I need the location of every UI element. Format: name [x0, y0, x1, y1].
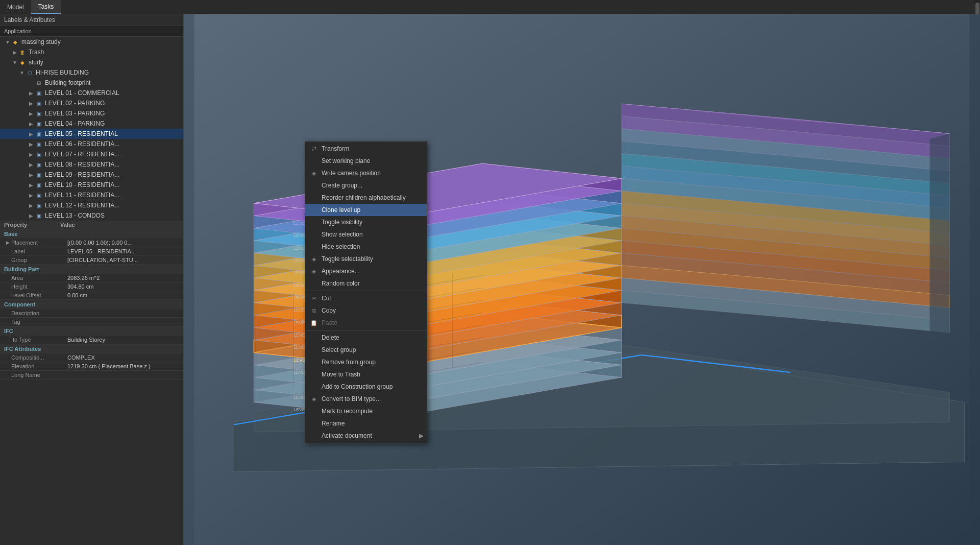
ctx-hide-selection[interactable]: Hide selection [305, 241, 427, 253]
prop-value-area: 2083.26 m^2 [67, 275, 179, 281]
ctx-write-camera-label: Write camera position [322, 170, 419, 177]
level-icon: ▣ [35, 109, 43, 117]
tree-item-level02[interactable]: ▶ ▣ LEVEL 02 - PARKING [0, 98, 183, 108]
level-icon: ▣ [35, 160, 43, 169]
tree-item-hi-rise[interactable]: ▼ ⬡ HI-RISE BUILDING [0, 67, 183, 78]
prop-value-composition: COMPLEX [67, 354, 179, 361]
appearance-icon: ◈ [309, 268, 318, 275]
convert-to-bim-icon: ◈ [309, 396, 318, 402]
ctx-random-color-label: Random color [322, 280, 419, 287]
ctx-delete-label: Delete [322, 334, 419, 341]
level-icon: ▣ [35, 181, 43, 189]
tree-item-level13[interactable]: ▶ ▣ LEVEL 13 - CONDOS [0, 210, 183, 221]
ctx-toggle-selectability[interactable]: ◈ Toggle selectability [305, 253, 427, 265]
tree-arrow: ▶ [28, 162, 35, 168]
tree-item-label: LEVEL 06 - RESIDENTIA... [45, 140, 119, 148]
tree-item-level03[interactable]: ▶ ▣ LEVEL 03 - PARKING [0, 108, 183, 119]
tree-item-label: HI-RISE BUILDING [36, 69, 89, 76]
folder-icon: ◆ [11, 38, 19, 46]
tree-item-trash[interactable]: ▶ 🗑 Trash [0, 47, 183, 57]
tree-item-massing-study[interactable]: ▼ ◆ massing study [0, 37, 183, 47]
ctx-appearance[interactable]: ◈ Appearance... [305, 265, 427, 277]
prop-value-group: [CIRCULATION, APT-STU... [67, 257, 179, 263]
ctx-show-selection[interactable]: Show selection [305, 228, 427, 241]
tree-item-level08[interactable]: ▶ ▣ LEVEL 08 - RESIDENTIA... [0, 159, 183, 170]
ctx-move-to-trash[interactable]: Move to Trash [305, 368, 427, 381]
ctx-paste[interactable]: 📋 Paste [305, 317, 427, 329]
tree-item-footprint[interactable]: ⊟ Building footprint [0, 78, 183, 88]
tree-item-label: LEVEL 03 - PARKING [45, 110, 105, 117]
context-menu[interactable]: ⇄ Transform Set working plane ◈ Write ca… [305, 141, 427, 443]
ctx-clone-level-up[interactable]: Clone level up [305, 204, 427, 216]
tree-arrow: ▶ [28, 141, 35, 147]
prop-section-component: Component [0, 300, 183, 309]
main-layout: Labels & Attributes Application ▼ ◆ mass… [0, 14, 980, 545]
tree-item-level11[interactable]: ▶ ▣ LEVEL 11 - RESIDENTIA... [0, 190, 183, 200]
prop-label-label: Label [11, 248, 67, 254]
ctx-write-camera[interactable]: ◈ Write camera position [305, 167, 427, 179]
tree-item-level10[interactable]: ▶ ▣ LEVEL 10 - RESIDENTIA... [0, 180, 183, 190]
tree-arrow: ▶ [28, 203, 35, 208]
ctx-mark-recompute-label: Mark to recompute [322, 408, 419, 415]
left-panel: Labels & Attributes Application ▼ ◆ mass… [0, 14, 184, 545]
prop-value-leveloffset: 0.00 cm [67, 292, 179, 298]
tree-view[interactable]: ▼ ◆ massing study ▶ 🗑 Trash ▼ ◆ study [0, 37, 183, 221]
tree-arrow: ▶ [28, 193, 35, 198]
ctx-convert-to-bim[interactable]: ◈ Convert to BIM type... [305, 393, 427, 405]
tree-item-level07[interactable]: ▶ ▣ LEVEL 07 - RESIDENTIA... [0, 149, 183, 159]
ctx-mark-recompute[interactable]: Mark to recompute [305, 405, 427, 417]
menu-tab-tasks[interactable]: Tasks [31, 0, 61, 14]
tree-item-label: Building footprint [45, 79, 90, 86]
tree-item-study[interactable]: ▼ ◆ study [0, 57, 183, 67]
ctx-transform[interactable]: ⇄ Transform [305, 143, 427, 155]
tree-item-label: LEVEL 08 - RESIDENTIA... [45, 161, 119, 168]
tree-item-level04[interactable]: ▶ ▣ LEVEL 04 - PARKING [0, 119, 183, 129]
ctx-activate-doc[interactable]: Activate document ▶ [305, 430, 427, 442]
prop-label-area: Area [11, 275, 67, 281]
ctx-reorder-children[interactable]: Reorder children alphabetically [305, 192, 427, 204]
viewport[interactable]: LEVEL 01 - COMMERCIAL +0.00ft LEVEL 02 -… [184, 14, 980, 545]
prop-label-height: Height [11, 283, 67, 290]
tree-item-level09[interactable]: ▶ ▣ LEVEL 09 - RESIDENTIA... [0, 170, 183, 180]
prop-section-base: Base [0, 229, 183, 239]
tree-item-label: Trash [29, 49, 44, 56]
prop-row-height: Height 304.80 cm [0, 282, 183, 291]
prop-label-tag: Tag [11, 319, 67, 325]
ctx-cut[interactable]: ✂ Cut [305, 292, 427, 304]
tree-item-label: LEVEL 12 - RESIDENTIA... [45, 202, 119, 209]
prop-section-buildingpart: Building Part [0, 265, 183, 274]
tree-item-level06[interactable]: ▶ ▣ LEVEL 06 - RESIDENTIA... [0, 139, 183, 149]
ctx-delete[interactable]: Delete [305, 331, 427, 344]
ctx-random-color[interactable]: Random color [305, 277, 427, 290]
ctx-set-working-plane[interactable]: Set working plane [305, 155, 427, 167]
level-icon: ▣ [35, 191, 43, 199]
ctx-remove-from-group[interactable]: Remove from group [305, 356, 427, 368]
prop-expand-icon[interactable]: ▶ [4, 240, 11, 245]
prop-row-leveloffset: Level Offset 0.00 cm [0, 291, 183, 300]
prop-value-label: LEVEL 05 - RESIDENTIA... [67, 248, 179, 254]
tree-item-level01[interactable]: ▶ ▣ LEVEL 01 - COMMERCIAL [0, 88, 183, 98]
ctx-separator-1 [305, 291, 427, 291]
ctx-convert-to-bim-label: Convert to BIM type... [322, 395, 419, 402]
ctx-copy[interactable]: ⧉ Copy [305, 304, 427, 317]
ctx-create-group[interactable]: Create group... [305, 179, 427, 192]
tree-item-level12[interactable]: ▶ ▣ LEVEL 12 - RESIDENTIA... [0, 200, 183, 210]
prop-value-height: 304.80 cm [67, 283, 179, 290]
level-icon: ▣ [35, 130, 43, 138]
ctx-rename[interactable]: Rename [305, 417, 427, 430]
ctx-add-to-construction[interactable]: Add to Construction group [305, 381, 427, 393]
tree-item-level05[interactable]: ▶ ▣ LEVEL 05 - RESIDENTIAL [0, 129, 183, 139]
prop-label-composition: Compositio... [11, 354, 67, 361]
prop-row-ifctype: Ifc Type Building Storey [0, 336, 183, 344]
ctx-select-group[interactable]: Select group [305, 344, 427, 356]
level-icon: ▣ [35, 150, 43, 158]
toggle-selectability-icon: ◈ [309, 256, 318, 263]
ctx-copy-label: Copy [322, 307, 419, 314]
building-icon: ⬡ [26, 68, 34, 77]
menu-tab-model[interactable]: Model [0, 0, 31, 14]
ctx-toggle-visibility[interactable]: Toggle visibility [305, 216, 427, 228]
footprint-icon: ⊟ [35, 79, 43, 87]
ctx-select-group-label: Select group [322, 346, 419, 353]
tree-arrow: ▼ [18, 70, 26, 76]
prop-row-area: Area 2083.26 m^2 [0, 274, 183, 282]
